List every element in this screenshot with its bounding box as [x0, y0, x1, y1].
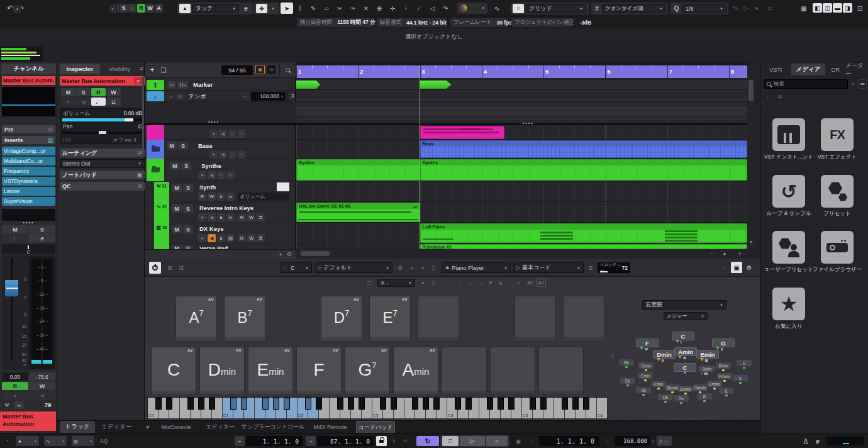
synth-mute-button[interactable]: M — [172, 184, 182, 192]
preset-down-icon[interactable]: ▼ — [418, 262, 428, 273]
inspector-r-button[interactable]: R — [91, 88, 106, 96]
chord-pad-empty-2-8[interactable] — [538, 347, 584, 395]
piano-black-key[interactable] — [540, 398, 547, 410]
play-tool[interactable]: ◁ — [426, 3, 438, 14]
circle-node-b[interactable]: B — [697, 393, 712, 400]
player-mode-dropdown[interactable]: ▷基本コード▼ — [513, 262, 584, 273]
split-tool[interactable]: ✂ — [333, 3, 346, 14]
piano-black-key[interactable] — [348, 398, 354, 410]
chord-pad-D7[interactable]: AVD7 — [321, 296, 362, 342]
pads-preset-dropdown[interactable]: ◇デフォルト▼ — [314, 262, 392, 273]
channel-edit-button[interactable]: e — [29, 234, 55, 242]
constrain-delay-icon[interactable]: ◔ — [2, 435, 12, 445]
left-locator-flag-icon[interactable]: ⌐ — [235, 436, 245, 446]
inspector-edit-icon[interactable]: e — [134, 77, 143, 84]
dx-edit-icon[interactable]: e — [217, 234, 225, 242]
channel-link-icon[interactable]: ∞ — [14, 401, 24, 409]
track-filter-button[interactable]: ◉ — [255, 65, 265, 74]
channel-tab[interactable]: チャンネル — [1, 64, 56, 74]
tab-midi-remote[interactable]: MIDI Remote — [308, 421, 352, 433]
chord-pad-B7[interactable]: AVB7 — [224, 296, 265, 342]
track-scale-down-icon[interactable]: ▾ — [277, 250, 284, 258]
adaptive-voicing-button[interactable]: AV — [525, 279, 535, 287]
auto-quantize-button[interactable]: AQ — [97, 436, 111, 446]
circle-node-fIV[interactable]: FIV — [636, 339, 659, 347]
track-settings-gear-icon[interactable]: ⚙ — [286, 250, 293, 258]
range-tool[interactable]: I — [294, 3, 306, 14]
left-zone-toggle[interactable]: ◧ — [813, 3, 822, 13]
marker-flag[interactable] — [420, 81, 452, 89]
automation-r-button[interactable]: R — [137, 4, 145, 13]
inspector-s-button[interactable]: S — [76, 88, 91, 96]
right-zone-toggle[interactable]: ◨ — [843, 3, 852, 13]
bass-solo-button[interactable]: S — [178, 142, 188, 150]
zoom-tool[interactable]: ⊕ — [373, 3, 386, 14]
cycle-loop-button[interactable]: ↻ — [416, 436, 439, 446]
channel-listen-button[interactable]: L — [2, 234, 28, 242]
circle-node-gb[interactable]: Gb — [674, 395, 689, 401]
circle-node-eminIII[interactable]: EminIII — [696, 350, 719, 359]
dx-record-icon[interactable]: ● — [198, 234, 206, 242]
synth-lane-row[interactable] — [296, 181, 747, 202]
velocity-box[interactable]: ベロシティー72 — [598, 262, 630, 273]
piano-black-key[interactable] — [273, 398, 279, 410]
piano-black-key[interactable] — [262, 398, 269, 410]
media-tile-file-browser[interactable] — [821, 231, 854, 264]
metronome-setup-icon[interactable]: e — [813, 436, 823, 446]
draw-tool[interactable]: ✎ — [307, 3, 320, 14]
preset-up-icon[interactable]: ▲ — [408, 262, 417, 273]
synths-monitor-icon[interactable]: ◀ — [208, 171, 216, 179]
voicing-down-icon[interactable]: ▼ — [486, 279, 495, 287]
color-tool-caret[interactable]: ▼ — [481, 6, 485, 10]
quantize-value-dropdown[interactable]: 1/8▼ — [682, 4, 726, 13]
piano-black-key[interactable] — [508, 398, 515, 410]
tempo-lock-icon[interactable]: ⊔ — [176, 92, 184, 100]
circle-node-dminII[interactable]: DminII — [653, 350, 676, 359]
record-button[interactable]: ○ — [486, 436, 508, 446]
piano-black-key[interactable] — [359, 398, 365, 410]
pad-delete-icon[interactable]: ▯ — [430, 279, 438, 287]
tab-mixconsole[interactable]: MixConsole — [156, 421, 196, 433]
shift-right-icon[interactable]: → — [476, 279, 485, 287]
clip-halion-sonic-se-01-01[interactable]: HALion Sonic SE 01-01▸≡ — [296, 203, 420, 222]
feedback-tool[interactable]: ↷ — [439, 3, 452, 14]
reverse-lanes-icon[interactable]: ≣ — [257, 213, 265, 221]
media-home-icon[interactable]: ⌂ — [776, 92, 784, 100]
edit-channel-icon[interactable]: e — [241, 4, 251, 13]
automation-s-button[interactable]: S — [120, 4, 128, 13]
dx-monitor-icon[interactable]: ◀ — [208, 234, 216, 242]
reverse-read-icon[interactable]: R — [238, 213, 246, 221]
circle-node-ab[interactable]: Ab — [636, 387, 651, 393]
synth-solo-button[interactable]: S — [183, 184, 193, 192]
color-tool-group[interactable]: ▼ — [457, 3, 487, 14]
channel-mute-button[interactable]: M — [2, 225, 28, 233]
tempo-track-icon[interactable]: ♩ — [603, 436, 613, 446]
tempo-stepper[interactable]: ⇕ — [279, 94, 284, 99]
add-track-preset-button[interactable]: ❏ — [159, 65, 169, 75]
automation-l-button[interactable]: L — [128, 4, 136, 13]
media-tile-piano[interactable] — [772, 118, 805, 151]
dropdown-caret[interactable]: ▼ — [60, 439, 65, 443]
lower-zone-close-icon[interactable]: × — [143, 423, 152, 432]
tab--[interactable]: エディター — [203, 421, 238, 433]
snap-icon[interactable]: ⌗ — [513, 4, 524, 13]
clip-expand-icon[interactable]: ▸≡ — [414, 204, 418, 209]
piano-black-key[interactable] — [284, 398, 290, 410]
inspector-menu-icon[interactable]: ≡ — [138, 65, 145, 72]
synths-record-icon[interactable]: ● — [198, 171, 206, 179]
hzoom-handle-icon[interactable]: ● — [721, 250, 728, 257]
inspector-scrollbar[interactable] — [142, 76, 144, 152]
media-list-view-icon[interactable]: ≔ — [858, 79, 867, 89]
fader-cap[interactable] — [4, 279, 19, 297]
piano-black-key[interactable] — [305, 398, 311, 410]
reverse-record-icon[interactable]: ● — [198, 213, 206, 221]
inspector-timebase-icon[interactable]: ♩ — [91, 98, 106, 106]
remote-icon[interactable]: ▯ — [429, 262, 438, 273]
search-clear-icon[interactable]: × — [849, 80, 857, 88]
track-list-menu-button[interactable]: ≔ — [267, 65, 276, 74]
routing-section-header[interactable]: ルーティング⇄ — [60, 148, 145, 157]
play-button[interactable]: ▷ — [460, 436, 485, 446]
piano-black-key[interactable] — [530, 398, 536, 410]
synths-lane-icon[interactable]: = — [217, 171, 225, 179]
tab--[interactable]: サンプラーコントロール — [243, 421, 303, 433]
